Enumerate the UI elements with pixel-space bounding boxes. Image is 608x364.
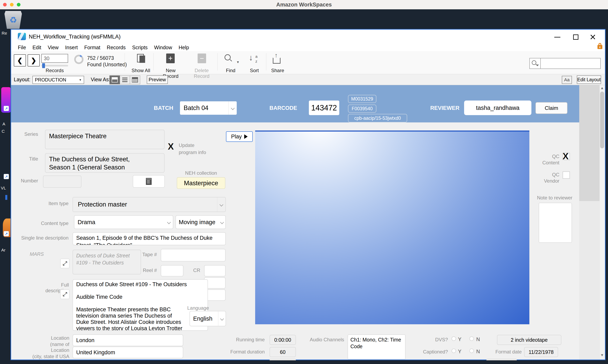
audio-channels-label: Audio Channels [308, 337, 344, 342]
expand-icon[interactable]: ⤢ [60, 289, 69, 299]
audio-channels-field[interactable]: Ch1: Mono, Ch2: Time Code [348, 334, 405, 360]
menu-format[interactable]: Format [84, 45, 100, 51]
traffic-light-minimize-icon[interactable] [10, 3, 13, 6]
previous-record-button[interactable]: ❮ [14, 54, 26, 66]
reviewer-field[interactable]: tasha_randhawa [464, 101, 531, 115]
view-form-button[interactable] [109, 75, 120, 84]
lock-shackle-icon [598, 43, 601, 45]
share-button[interactable]: Share [270, 68, 286, 73]
maximize-icon[interactable] [573, 34, 578, 40]
scrollbar-thumb[interactable] [600, 91, 604, 148]
captioned-y-radio[interactable] [452, 349, 456, 353]
edit-layout-button[interactable]: Edit Layout [577, 75, 601, 84]
cr-field[interactable] [204, 265, 226, 276]
formatting-bar-button[interactable]: Aa [562, 76, 572, 84]
record-slider[interactable] [41, 65, 68, 66]
menu-scripts[interactable]: Scripts [132, 45, 148, 51]
neh-collection-field[interactable]: Masterpiece [177, 177, 225, 189]
quick-find-scope-button[interactable]: ▼ [530, 58, 541, 68]
found-count: 752 / 56073 [87, 55, 114, 61]
language-select[interactable]: English [190, 311, 226, 326]
expand-icon[interactable]: ⤢ [60, 259, 69, 268]
view-as-segmented [109, 75, 140, 84]
captioned-n-radio[interactable] [469, 349, 474, 353]
clipped-field[interactable] [270, 359, 296, 360]
record-number-input[interactable]: 30 [41, 54, 68, 63]
menu-file[interactable]: File [18, 45, 26, 51]
series-field[interactable]: Masterpiece Theatre [45, 130, 165, 149]
number-field[interactable] [43, 176, 81, 188]
reel-number-field[interactable] [161, 265, 183, 276]
menu-insert[interactable]: Insert [65, 45, 78, 51]
clipped-field[interactable] [486, 359, 517, 360]
single-line-description-label: Single line description [18, 235, 68, 241]
menu-window[interactable]: Window [154, 45, 172, 51]
qc-content-checkbox[interactable]: X [563, 153, 570, 160]
location-city-field[interactable]: United Kingdom [73, 347, 183, 358]
tape-number-field[interactable] [161, 249, 226, 261]
video-preview[interactable] [255, 130, 529, 324]
format-date-field[interactable]: 11/22/1978 [524, 347, 558, 357]
play-button[interactable]: Play [226, 131, 253, 142]
record-slider-thumb[interactable] [42, 63, 45, 68]
batch-select[interactable]: Batch 04 [180, 101, 237, 115]
view-list-button[interactable] [120, 75, 130, 84]
preview-button[interactable]: Preview [147, 75, 168, 84]
sort-button[interactable]: Sort [246, 68, 262, 73]
view-table-button[interactable] [130, 75, 140, 84]
close-icon[interactable]: × [590, 31, 596, 43]
menu-help[interactable]: Help [179, 45, 189, 51]
new-record-icon: + [166, 53, 175, 63]
show-all-button[interactable]: Show All [130, 68, 152, 73]
menu-edit[interactable]: Edit [32, 45, 41, 51]
language-value: English [193, 315, 212, 322]
recycle-bin-icon[interactable]: ♻ [4, 11, 22, 29]
location-name-field[interactable]: London [73, 334, 183, 346]
menu-view[interactable]: View [48, 45, 59, 51]
search-icon [532, 60, 536, 65]
neh-collection-label: NEH collection [177, 170, 225, 176]
sort-icon: ↓ [249, 53, 253, 62]
dvs-label: DVS? [424, 337, 448, 342]
note-to-reviewer-field[interactable] [539, 203, 572, 243]
full-description-field[interactable]: Duchess of Duke Street #109 - The Outsid… [73, 279, 208, 331]
dvs-y-radio[interactable] [452, 337, 456, 341]
running-time-field[interactable]: 0:00:00 [270, 335, 296, 345]
format-duration-field[interactable]: 60 [270, 347, 296, 357]
notes-button[interactable] [133, 175, 165, 188]
archive-shortcut-label: Ar [1, 248, 5, 253]
sort-z-glyph: z [255, 59, 257, 64]
layout-outside-margin [579, 85, 599, 201]
menu-records[interactable]: Records [107, 45, 126, 51]
dvs-y-label: Y [458, 337, 462, 342]
quick-find-input[interactable] [541, 58, 600, 68]
next-record-button[interactable]: ❯ [27, 54, 40, 66]
update-program-x-checkbox[interactable]: X [168, 142, 174, 152]
content-type-value: Drama [78, 219, 95, 226]
find-button[interactable]: Find [222, 68, 239, 73]
scroll-up-icon[interactable]: ▲ [600, 86, 604, 90]
videotape-format-field[interactable]: 2 inch videotape [497, 335, 561, 345]
layout-select[interactable]: PRODUCTION ▼ [32, 76, 84, 84]
document-icon [146, 178, 152, 185]
barcode-field[interactable]: 143472 [309, 101, 339, 115]
delete-record-button[interactable]: Delete Record [187, 68, 216, 79]
item-type-select[interactable]: Protection master [73, 197, 226, 212]
minimize-icon[interactable] [554, 37, 560, 38]
item-type-value: Protection master [78, 201, 127, 208]
layout-outside-margin [579, 201, 599, 360]
traffic-light-close-icon[interactable] [3, 3, 7, 6]
qc-vendor-checkbox[interactable] [563, 171, 570, 179]
title-field[interactable]: The Duchess of Duke Street, Season 1 (Ge… [45, 153, 165, 173]
claim-button[interactable]: Claim [535, 102, 568, 114]
chevron-down-icon [218, 311, 226, 326]
traffic-light-zoom-icon[interactable] [17, 3, 20, 6]
single-line-description-field[interactable]: Season 1, Episode 9 of the BBC's The Duc… [73, 232, 226, 245]
content-type2-select[interactable]: Moving image [176, 215, 226, 229]
content-type-select[interactable]: Drama [74, 215, 173, 229]
find-dropdown-arrow-icon[interactable]: ▼ [236, 60, 240, 64]
batch-label: BATCH [140, 105, 173, 111]
dvs-n-radio[interactable] [469, 337, 474, 341]
scroll-down-icon[interactable]: ▼ [600, 353, 604, 357]
found-set-pie-icon[interactable] [74, 55, 83, 64]
